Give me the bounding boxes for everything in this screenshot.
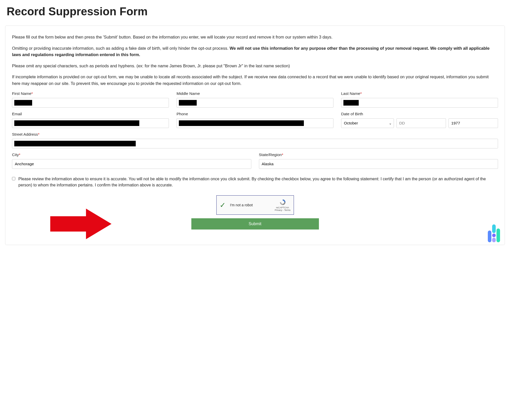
first-name-input[interactable] [12, 98, 169, 108]
checkmark-icon: ✓ [220, 201, 226, 209]
state-input[interactable] [259, 159, 498, 169]
dob-year-input[interactable] [449, 118, 498, 128]
first-name-field: First Name* [12, 91, 169, 108]
dob-field: Date of Birth ⌄ [341, 112, 498, 128]
middle-name-input[interactable] [177, 98, 333, 108]
intro-p4: If incomplete information is provided on… [12, 74, 498, 87]
captcha-text: I'm not a robot [230, 203, 275, 207]
phone-input[interactable] [177, 118, 333, 128]
svg-marker-0 [50, 209, 111, 239]
first-name-label: First Name* [12, 91, 169, 96]
phone-label: Phone [177, 112, 333, 116]
city-label: City* [12, 152, 251, 157]
last-name-label: Last Name* [341, 91, 498, 96]
city-input[interactable] [12, 159, 251, 169]
street-label: Street Address* [12, 132, 498, 137]
state-label: State/Region* [259, 152, 498, 157]
email-label: Email [12, 112, 169, 116]
dob-month-select[interactable] [341, 118, 394, 128]
last-name-field: Last Name* [341, 91, 498, 108]
consent-text: Please review the information above to e… [18, 176, 498, 188]
consent-checkbox[interactable] [12, 177, 15, 180]
captcha-branding: reCAPTCHA Privacy - Terms [275, 199, 291, 212]
email-input[interactable] [12, 118, 169, 128]
intro-p2: Omitting or providing inaccurate informa… [12, 45, 498, 58]
submit-button[interactable]: Submit [191, 218, 319, 230]
phone-field: Phone [177, 112, 333, 128]
recaptcha-icon [279, 199, 287, 206]
street-input[interactable] [12, 139, 498, 148]
last-name-input[interactable] [341, 98, 498, 108]
form-card: Please fill out the form below and then … [5, 26, 505, 245]
intro-p3: Please omit any special characters, such… [12, 63, 498, 69]
middle-name-field: Middle Name [177, 91, 333, 108]
dob-label: Date of Birth [341, 112, 498, 116]
arrow-icon [48, 206, 114, 242]
intro-text: Please fill out the form below and then … [12, 34, 498, 87]
email-field: Email [12, 112, 169, 128]
brand-logo-icon [488, 224, 500, 242]
recaptcha-box[interactable]: ✓ I'm not a robot reCAPTCHA Privacy - Te… [216, 195, 294, 215]
page-title: Record Suppression Form [7, 5, 505, 18]
consent-block: Please review the information above to e… [12, 176, 498, 188]
street-field: Street Address* [12, 132, 498, 148]
state-field: State/Region* [259, 152, 498, 169]
dob-day-input[interactable] [396, 118, 446, 128]
city-field: City* [12, 152, 251, 169]
intro-p2a: Omitting or providing inaccurate informa… [12, 46, 230, 50]
intro-p1: Please fill out the form below and then … [12, 34, 498, 41]
middle-name-label: Middle Name [177, 91, 333, 96]
